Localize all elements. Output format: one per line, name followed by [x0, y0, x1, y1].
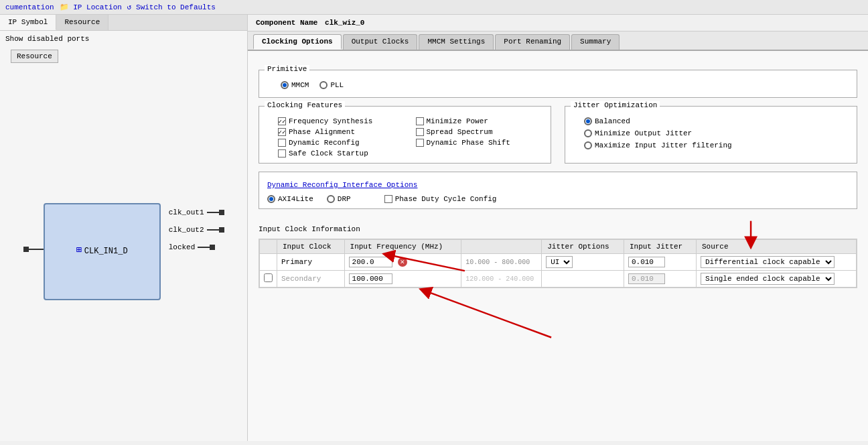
expand-icon[interactable]: ⊞ [76, 244, 81, 255]
dynamic-phase-shift-check[interactable]: Dynamic Phase Shift [416, 139, 543, 147]
primary-checkbox-cell [260, 254, 277, 271]
axi4lite-radio[interactable]: AXI4Lite [267, 195, 313, 203]
secondary-source-select[interactable]: Single ended clock capable pin Different… [701, 273, 835, 285]
col-range [461, 240, 542, 254]
table-row: Primary ✕ 10.000 - 800.000 UI PS [260, 254, 857, 271]
drp-radio[interactable]: DRP [327, 195, 351, 203]
minimize-output-jitter-radio[interactable]: Minimize Output Jitter [584, 129, 849, 137]
input-clock-title: Input Clock Information [259, 225, 857, 233]
folder-icon: 📁 [60, 3, 69, 11]
secondary-checkbox-cell [260, 271, 277, 288]
tabs-bar: Clocking Options Output Clocks MMCM Sett… [248, 31, 868, 51]
secondary-freq-input[interactable] [349, 273, 392, 284]
clk-component-label: CLK_IN1_D [84, 247, 128, 256]
secondary-checkbox[interactable] [264, 273, 273, 282]
secondary-jitter-input[interactable] [628, 273, 665, 284]
primary-jitter-option-cell: UI PS [542, 254, 624, 271]
pll-radio[interactable]: PLL [319, 81, 344, 89]
primitive-section: Primitive MMCM PLL [259, 70, 857, 98]
content-area: Primitive MMCM PLL Clocking Features [248, 51, 868, 441]
input-clock-section: Input Clock Information Input Clock Inpu… [259, 217, 857, 288]
component-name-value: clk_wiz_0 [325, 19, 364, 27]
component-name-bar: Component Name clk_wiz_0 [248, 15, 868, 31]
tab-port-renaming[interactable]: Port Renaming [495, 34, 570, 50]
safe-clock-startup-check[interactable]: Safe Clock Startup [278, 149, 405, 157]
freq-synthesis-check[interactable]: ✓ Frequency Synthesis [278, 117, 405, 125]
clocking-features-checkboxes: ✓ Frequency Synthesis Minimize Power ✓ P… [278, 117, 542, 157]
tab-summary[interactable]: Summary [571, 34, 620, 50]
primitive-radio-row: MMCM PLL [281, 81, 849, 89]
tab-ip-symbol[interactable]: IP Symbol [0, 15, 56, 30]
left-panel: IP Symbol Resource Show disabled ports R… [0, 15, 248, 441]
col-jitter-options: Jitter Options [542, 240, 624, 254]
tab-clocking-options[interactable]: Clocking Options [253, 34, 342, 50]
spread-spectrum-check[interactable]: Spread Spectrum [416, 128, 543, 136]
dri-section: Dynamic Reconfig Interface Options AXI4L… [259, 172, 857, 209]
col-input-freq: Input Frequency (MHz) [344, 240, 461, 254]
switch-icon: ↺ [127, 3, 132, 11]
primary-jitter-value-cell [624, 254, 696, 271]
phase-duty-cycle-check[interactable]: Phase Duty Cycle Config [384, 195, 497, 203]
primary-jitter-select[interactable]: UI PS [546, 256, 573, 268]
primary-range-cell: 10.000 - 800.000 [461, 254, 542, 271]
clk-out2-label: clk_out2 [169, 226, 204, 234]
diagram-area: clk_out1 clk_out2 locked [0, 66, 247, 441]
minimize-power-check[interactable]: Minimize Power [416, 117, 543, 125]
primary-source-select[interactable]: Differential clock capable pin Single en… [701, 256, 835, 268]
show-disabled-ports: Show disabled ports [0, 31, 247, 47]
clk-diagram: clk_out1 clk_out2 locked [23, 196, 224, 310]
clocking-features-section: Clocking Features ✓ Frequency Synthesis … [259, 106, 551, 164]
right-panel: Component Name clk_wiz_0 Clocking Option… [248, 15, 868, 441]
input-clock-table-container: Input Clock Input Frequency (MHz) Jitter… [259, 239, 857, 288]
secondary-range-cell: 120.000 - 240.000 [461, 271, 542, 288]
col-checkbox [260, 240, 277, 254]
clk-out1-label: clk_out1 [169, 208, 204, 216]
secondary-jitter-option-cell [542, 271, 624, 288]
secondary-source-cell: Single ended clock capable pin Different… [696, 271, 856, 288]
ip-location-link[interactable]: 📁 IP Location [60, 3, 122, 11]
secondary-freq-cell [344, 271, 461, 288]
secondary-jitter-value-cell [624, 271, 696, 288]
jitter-radio-group: Balanced Minimize Output Jitter Maximize… [584, 117, 849, 149]
col-input-jitter: Input Jitter [624, 240, 696, 254]
primary-jitter-input[interactable] [628, 257, 665, 267]
primary-source-cell: Differential clock capable pin Single en… [696, 254, 856, 271]
primary-clear-button[interactable]: ✕ [398, 257, 407, 267]
resource-button[interactable]: Resource [11, 50, 58, 63]
maximize-input-jitter-radio[interactable]: Maximize Input Jitter filtering [584, 141, 849, 149]
primary-freq-cell: ✕ [344, 254, 461, 271]
tab-mmcm-settings[interactable]: MMCM Settings [419, 34, 494, 50]
jitter-title: Jitter Optimization [571, 101, 660, 109]
clk-box: ⊞ CLK_IN1_D [44, 203, 161, 300]
col-input-clock: Input Clock [277, 240, 345, 254]
table-row: Secondary 120.000 - 240.000 [260, 271, 857, 288]
locked-label: locked [169, 243, 196, 251]
tab-resource[interactable]: Resource [56, 15, 108, 30]
documentation-link[interactable]: cumentation [5, 3, 54, 11]
col-source: Source [696, 240, 856, 254]
input-clock-table: Input Clock Input Frequency (MHz) Jitter… [259, 239, 857, 288]
svg-line-2 [425, 291, 551, 338]
balanced-radio[interactable]: Balanced [584, 117, 849, 125]
switch-defaults-link[interactable]: ↺ Switch to Defaults [127, 3, 216, 11]
top-bar: cumentation 📁 IP Location ↺ Switch to De… [0, 0, 868, 15]
dri-radio-row: AXI4Lite DRP [267, 195, 351, 203]
dynamic-reconfig-check[interactable]: Dynamic Reconfig [278, 139, 405, 147]
tab-output-clocks[interactable]: Output Clocks [343, 34, 418, 50]
phase-alignment-check[interactable]: ✓ Phase Alignment [278, 128, 405, 136]
primitive-title: Primitive [265, 65, 309, 73]
dri-link[interactable]: Dynamic Reconfig Interface Options [267, 181, 417, 189]
left-tabs: IP Symbol Resource [0, 15, 247, 31]
jitter-optimization-section: Jitter Optimization Balanced Minimize Ou… [565, 106, 857, 164]
mmcm-radio[interactable]: MMCM [281, 81, 309, 89]
primary-freq-input[interactable] [349, 257, 392, 267]
secondary-clock-cell: Secondary [277, 271, 345, 288]
primary-clock-cell: Primary [277, 254, 345, 271]
clocking-features-title: Clocking Features [265, 101, 345, 109]
